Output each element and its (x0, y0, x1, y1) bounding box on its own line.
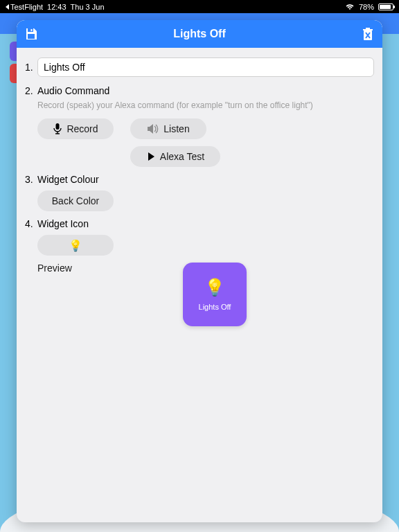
svg-rect-0 (28, 28, 33, 32)
svg-rect-2 (28, 34, 35, 39)
alexa-test-button[interactable]: Alexa Test (130, 146, 220, 167)
audio-command-hint: Record (speak) your Alexa command (for e… (37, 100, 374, 110)
modal-body: 1. 2. Audio Command Record (speak) your … (17, 48, 382, 522)
play-icon (146, 152, 156, 161)
modal-title: Lights Off (173, 28, 226, 40)
step-2-row: 2. Audio Command (25, 85, 374, 96)
edit-widget-modal: Lights Off 1. 2. Audio Command Record (s… (17, 20, 382, 522)
icon-button-row: 💡 (37, 235, 374, 256)
lightbulb-icon: 💡 (69, 239, 82, 252)
delete-button[interactable] (360, 26, 375, 42)
step-2-number: 2. (25, 85, 37, 96)
back-color-button-label: Back Color (52, 195, 99, 206)
trash-icon (362, 27, 374, 41)
listen-button-label: Listen (163, 123, 189, 134)
status-bar: TestFlight 12:43 Thu 3 Jun 78% (0, 0, 399, 13)
battery-percent: 78% (359, 3, 374, 11)
modal-header: Lights Off (17, 20, 382, 48)
step-3-number: 3. (25, 174, 37, 185)
svg-rect-4 (363, 29, 373, 30)
alexa-test-button-label: Alexa Test (160, 151, 204, 162)
lightbulb-icon: 💡 (204, 278, 225, 297)
speaker-icon (147, 123, 159, 134)
record-button[interactable]: Record (37, 118, 114, 139)
step-1-row: 1. (25, 57, 374, 77)
widget-name-input[interactable] (37, 57, 374, 77)
status-time: 12:43 (47, 3, 66, 11)
status-right: 78% (345, 3, 393, 11)
step-2-label: Audio Command (37, 85, 109, 96)
audio-button-row-2: Alexa Test (130, 146, 374, 167)
back-app-label: TestFlight (10, 3, 43, 11)
listen-button[interactable]: Listen (130, 118, 206, 139)
microphone-icon (53, 123, 62, 135)
record-button-label: Record (66, 123, 98, 134)
svg-rect-6 (56, 123, 60, 130)
preview-label: Preview (37, 263, 176, 326)
status-left: TestFlight 12:43 Thu 3 Jun (6, 3, 105, 11)
back-color-button[interactable]: Back Color (37, 190, 114, 211)
colour-button-row: Back Color (37, 190, 374, 211)
audio-button-row-1: Record Listen (37, 118, 374, 139)
step-1-number: 1. (25, 62, 37, 73)
step-3-label: Widget Colour (37, 174, 99, 185)
wifi-icon (345, 3, 355, 10)
widget-preview-label: Lights Off (199, 303, 231, 311)
preview-row: Preview 💡 Lights Off (25, 263, 374, 326)
widget-icon-button[interactable]: 💡 (37, 235, 114, 256)
step-4-number: 4. (25, 218, 37, 229)
step-4-label: Widget Icon (37, 218, 89, 229)
status-date: Thu 3 Jun (71, 3, 105, 11)
back-app-indicator[interactable]: TestFlight (6, 3, 43, 11)
save-button[interactable] (24, 26, 39, 42)
save-icon (24, 27, 38, 41)
step-4-row: 4. Widget Icon (25, 218, 374, 229)
chevron-left-icon (6, 4, 9, 10)
widget-preview-tile: 💡 Lights Off (183, 263, 247, 326)
svg-rect-5 (366, 28, 370, 29)
battery-icon (378, 3, 393, 10)
step-3-row: 3. Widget Colour (25, 174, 374, 185)
svg-rect-1 (31, 29, 33, 31)
